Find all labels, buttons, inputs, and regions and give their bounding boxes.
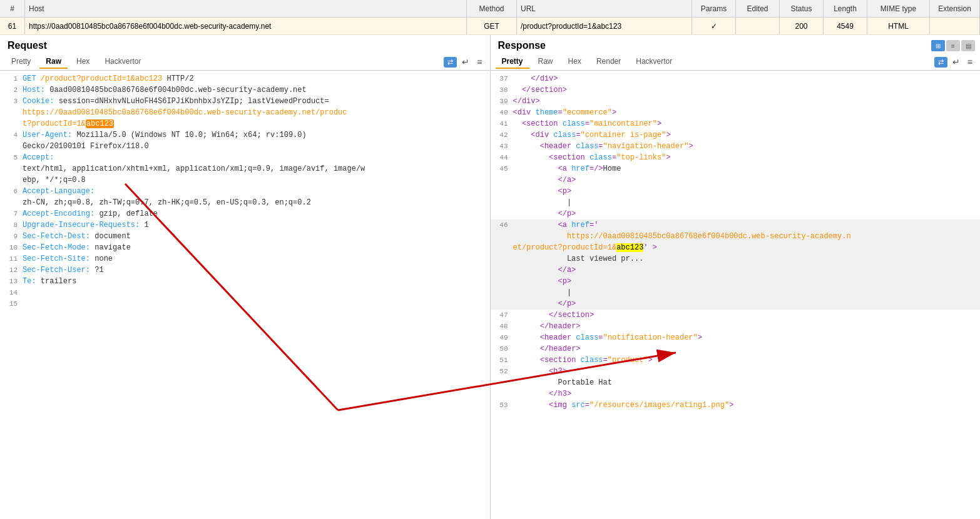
- request-line-13: 13 Te: trailers: [0, 276, 490, 287]
- response-title: Response: [491, 35, 981, 54]
- response-line-46: 46 <a href=' https://0aad00810485bc0a867…: [491, 219, 981, 310]
- request-line-12: 12 Sec-Fetch-User: ?1: [0, 265, 490, 276]
- request-line-10: 10 Sec-Fetch-Mode: navigate: [0, 242, 490, 253]
- row-length: 4549: [824, 18, 867, 34]
- col-header-status: Status: [780, 0, 824, 17]
- response-line-52: 52 <h3> Portable Hat </h3>: [491, 366, 981, 400]
- response-line-37: 37 </div>: [491, 73, 981, 84]
- tab-response-hex[interactable]: Hex: [562, 55, 588, 69]
- request-send-button[interactable]: ⇄: [444, 57, 457, 68]
- data-row[interactable]: 61 https://0aad00810485bc0a86768e6f004b0…: [0, 18, 980, 35]
- col-header-length: Length: [824, 0, 867, 17]
- request-line-7: 7 Accept-Encoding: gzip, deflate: [0, 208, 490, 219]
- response-line-50: 50 </header>: [491, 343, 981, 355]
- view-grid-button[interactable]: ⊞: [931, 40, 945, 51]
- response-line-53: 53 <img src="/resources/images/rating1.p…: [491, 400, 981, 411]
- tab-request-hex[interactable]: Hex: [70, 55, 96, 69]
- response-line-49: 49 <header class="notification-header">: [491, 332, 981, 343]
- response-line-41: 41 <section class="maincontainer">: [491, 118, 981, 129]
- request-line-3: 3 Cookie: session=dNHxhvNLuHoFH4S6IPJiKb…: [0, 96, 490, 129]
- view-list-button[interactable]: ≡: [946, 40, 960, 51]
- row-mime: HTML: [867, 18, 930, 34]
- col-header-host: Host: [25, 0, 467, 17]
- request-line-6: 6 Accept-Language: zh-CN, zh;q=0.8, zh-T…: [0, 186, 490, 208]
- request-line-1: 1 GET /product?productId=1&abc123 HTTP/2: [0, 73, 490, 84]
- response-menu-icon[interactable]: ≡: [965, 57, 975, 67]
- request-menu-icon[interactable]: ≡: [474, 57, 484, 67]
- request-line-11: 11 Sec-Fetch-Site: none: [0, 253, 490, 265]
- request-wrap-icon[interactable]: ↵: [459, 57, 472, 67]
- response-line-51: 51 <section class="product">: [491, 355, 981, 366]
- col-header-hash: #: [0, 0, 25, 17]
- top-header: # Host Method URL Params Edited Status L…: [0, 0, 980, 18]
- response-line-42: 42 <div class="container is-page">: [491, 129, 981, 141]
- row-host: https://0aad00810485bc0a86768e6f004b00dc…: [25, 18, 467, 34]
- request-panel: Request Pretty Raw Hex Hackvertor ⇄ ↵ ≡ …: [0, 35, 491, 519]
- response-content: 37 </div> 38 </section> 39 </div> 40 <di…: [491, 71, 981, 519]
- row-params: ✓: [692, 18, 736, 34]
- row-status: 200: [780, 18, 824, 34]
- response-line-45: 45 <a href=/>Home </a> <p> | </p>: [491, 163, 981, 219]
- view-compact-button[interactable]: ▤: [961, 40, 975, 51]
- tab-request-raw[interactable]: Raw: [39, 55, 68, 69]
- request-line-14: 14: [0, 287, 490, 298]
- tab-request-hackvertor[interactable]: Hackvertor: [98, 55, 147, 69]
- col-header-ext: Extension: [930, 0, 980, 17]
- col-header-params: Params: [692, 0, 736, 17]
- response-line-40: 40 <div theme="ecommerce">: [491, 107, 981, 118]
- view-toggle: ⊞ ≡ ▤: [931, 40, 975, 51]
- tab-response-pretty[interactable]: Pretty: [496, 55, 529, 69]
- response-line-39: 39 </div>: [491, 96, 981, 107]
- request-line-5: 5 Accept: text/html, application/xhtml+x…: [0, 152, 490, 186]
- response-line-47: 47 </section>: [491, 310, 981, 321]
- request-tabs: Pretty Raw Hex Hackvertor ⇄ ↵ ≡: [0, 54, 490, 71]
- request-line-8: 8 Upgrade-Insecure-Requests: 1: [0, 219, 490, 231]
- col-header-edited: Edited: [736, 0, 780, 17]
- request-line-15: 15: [0, 298, 490, 310]
- request-line-2: 2 Host: 0aad00810485bc0a86768e6f004b00dc…: [0, 84, 490, 96]
- tab-response-hackvertor[interactable]: Hackvertor: [630, 55, 678, 69]
- tab-response-render[interactable]: Render: [590, 55, 627, 69]
- response-tabs: Pretty Raw Hex Render Hackvertor ⇄ ↵ ≡: [491, 54, 981, 71]
- col-header-url: URL: [517, 0, 692, 17]
- response-copy-button[interactable]: ⇄: [934, 57, 947, 68]
- row-url: /product?productId=1&abc123: [517, 18, 692, 34]
- col-header-mime: MIME type: [867, 0, 930, 17]
- request-line-9: 9 Sec-Fetch-Dest: document: [0, 231, 490, 242]
- row-edited: [736, 18, 780, 34]
- response-toolbar: ⇄ ↵ ≡: [934, 57, 975, 68]
- request-line-4: 4 User-Agent: Mozilla/5.0 (Windows NT 10…: [0, 129, 490, 152]
- response-panel: Response Pretty Raw Hex Render Hackverto…: [491, 35, 981, 519]
- response-line-43: 43 <header class="navigation-header">: [491, 141, 981, 152]
- response-line-48: 48 </header>: [491, 321, 981, 332]
- tab-response-raw[interactable]: Raw: [532, 55, 559, 69]
- tab-request-pretty[interactable]: Pretty: [5, 55, 37, 69]
- response-wrap-icon[interactable]: ↵: [950, 57, 962, 67]
- request-title: Request: [0, 35, 490, 54]
- col-header-method: Method: [467, 0, 517, 17]
- row-extension: [930, 18, 980, 34]
- response-line-44: 44 <section class="top-links">: [491, 152, 981, 163]
- row-method: GET: [467, 18, 517, 34]
- request-content: 1 GET /product?productId=1&abc123 HTTP/2…: [0, 71, 490, 519]
- request-toolbar: ⇄ ↵ ≡: [444, 57, 484, 68]
- row-num: 61: [0, 18, 25, 34]
- response-line-38: 38 </section>: [491, 84, 981, 96]
